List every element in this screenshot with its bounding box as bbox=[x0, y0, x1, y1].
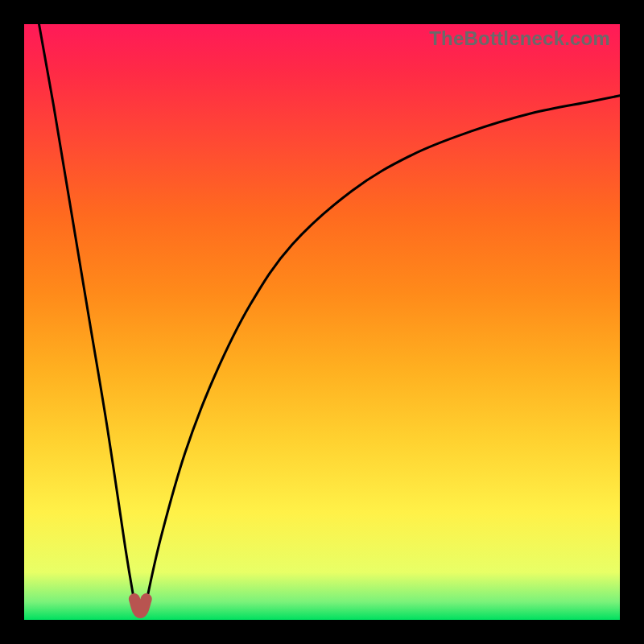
chart-stage: TheBottleneck.com bbox=[0, 0, 644, 644]
curve-right-branch bbox=[147, 96, 620, 602]
curve-trough-marker bbox=[134, 599, 147, 613]
curve-left-branch bbox=[39, 24, 134, 602]
bottleneck-curve bbox=[24, 24, 620, 620]
plot-area: TheBottleneck.com bbox=[24, 24, 620, 620]
